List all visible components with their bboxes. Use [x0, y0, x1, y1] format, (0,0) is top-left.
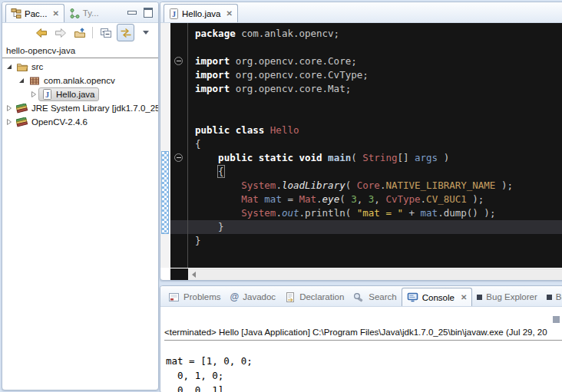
expander-collapsed-icon[interactable] — [30, 91, 38, 97]
minimize-icon[interactable] — [127, 11, 137, 15]
code-line — [188, 96, 562, 110]
code-line: import org.opencv.core.Core; — [188, 54, 562, 68]
editor-tab-label: Hello.java — [182, 9, 221, 18]
console-process-header: <terminated> Hello [Java Application] C:… — [164, 327, 562, 341]
package-folder-icon — [16, 62, 28, 72]
code-line: public static void main( String[] args ) — [188, 151, 562, 165]
bottom-tab-label: Bug Explorer — [486, 292, 537, 301]
bottom-tabstrip: Problems@JavadocDeclarationSearchConsole… — [160, 286, 562, 307]
bottom-tab-console[interactable]: Console✕ — [402, 288, 473, 306]
code-line: Mat mat = Mat.eye( 3, 3, CvType.CV_8UC1 … — [188, 193, 562, 206]
tree-item-jresystemlibraryjdk1.7.025[interactable]: JRE System Library [jdk1.7.0_25] — [2, 101, 158, 115]
forward-button[interactable] — [52, 25, 68, 41]
code-line: System.loadLibrary( Core.NATIVE_LIBRARY_… — [188, 179, 562, 193]
tree-item-body: JHello.java — [38, 87, 99, 101]
search-icon — [353, 292, 365, 302]
close-icon[interactable]: ✕ — [461, 293, 467, 301]
toolbar-separator — [92, 27, 93, 38]
collapse-all-icon — [100, 28, 112, 38]
link-with-editor-icon — [120, 28, 132, 38]
bottom-tab-problems[interactable]: Problems — [164, 288, 226, 306]
package-icon — [28, 76, 41, 86]
fold-gutter[interactable] — [170, 23, 187, 268]
tree-item-com.anlak.opencv[interactable]: com.anlak.opencv — [2, 74, 158, 87]
editor-panel: J Hello.java ✕ package com.anlak.opencv;… — [160, 2, 562, 281]
view-menu-icon — [143, 31, 149, 35]
back-icon — [35, 28, 48, 38]
bottom-tab-label: Bug — [556, 292, 562, 301]
bottom-tab-label: Problems — [183, 292, 221, 301]
range-indicator — [161, 151, 169, 234]
editor-tab-hello-java[interactable]: J Hello.java ✕ — [164, 4, 238, 22]
maximize-icon[interactable] — [144, 8, 153, 18]
bottom-tab-search[interactable]: Search — [349, 288, 401, 306]
collapse-all-button[interactable] — [98, 25, 114, 41]
problems-icon — [168, 292, 180, 302]
bottom-tab-label: Search — [369, 292, 396, 301]
tree-item-body: JRE System Library [jdk1.7.0_25] — [14, 101, 158, 115]
package-explorer-icon — [11, 8, 21, 18]
up-button[interactable] — [71, 25, 88, 41]
bottom-tab-bug-explorer[interactable]: Bug Explorer — [472, 288, 541, 306]
tree-item-body: com.anlak.opencv — [26, 74, 119, 87]
view-window-buttons — [127, 2, 155, 22]
package-explorer-panel: Pac...✕Ty... hello-opencv-java srccom.an… — [2, 2, 159, 390]
tree-item-src[interactable]: src — [2, 60, 158, 74]
code-line: } — [188, 220, 562, 234]
scroll-left-icon[interactable] — [192, 272, 196, 278]
tree-item-label: src — [31, 62, 43, 71]
console-output[interactable]: mat = [1, 0, 0; 0, 1, 0; 0, 0, 1] — [160, 351, 562, 392]
library-icon — [16, 104, 28, 114]
expander-expanded-icon[interactable] — [18, 77, 25, 84]
annotation-ruler[interactable] — [160, 23, 170, 268]
bug-icon — [477, 295, 482, 300]
code-line: { — [188, 165, 562, 179]
tree-item-label: JRE System Library [jdk1.7.0_25] — [31, 104, 158, 113]
fold-collapse-icon[interactable] — [174, 153, 183, 162]
back-button[interactable] — [33, 25, 49, 41]
horizontal-scrollbar[interactable] — [188, 268, 562, 280]
bottom-tab-javadoc[interactable]: @Javadoc — [226, 288, 281, 306]
up-icon — [74, 28, 86, 38]
project-name[interactable]: hello-opencv-java — [2, 42, 158, 58]
code-line: package com.anlak.opencv; — [188, 27, 562, 41]
console-panel: Problems@JavadocDeclarationSearchConsole… — [160, 285, 562, 392]
view-menu-button[interactable] — [137, 25, 154, 41]
view-tab-pac[interactable]: Pac...✕ — [5, 4, 64, 22]
forward-icon — [55, 28, 67, 38]
tree-item-body: OpenCV-2.4.6 — [14, 115, 91, 129]
bottom-tab-label: Declaration — [299, 292, 344, 301]
package-explorer-tabstrip: Pac...✕Ty... — [2, 2, 158, 23]
tree-item-label: com.anlak.opencv — [44, 76, 115, 85]
console-toolbar-square-icon[interactable] — [553, 316, 560, 323]
bottom-tab-declaration[interactable]: Declaration — [280, 288, 349, 306]
code-line: } — [188, 234, 562, 248]
link-with-editor-button[interactable] — [117, 24, 134, 41]
editor-body: package com.anlak.opencv;import org.open… — [160, 23, 562, 268]
svg-text:J: J — [172, 9, 176, 18]
close-icon[interactable]: ✕ — [52, 9, 58, 18]
type-hierarchy-icon — [69, 8, 80, 18]
bottom-tab-bug[interactable]: Bug — [542, 288, 562, 306]
tree-item-opencv-2.4.6[interactable]: OpenCV-2.4.6 — [2, 115, 158, 129]
bottom-tab-label: Javadoc — [243, 292, 276, 301]
expander-collapsed-icon[interactable] — [5, 105, 13, 111]
fold-collapse-icon[interactable] — [174, 57, 183, 65]
svg-text:J: J — [45, 91, 49, 99]
code-editor[interactable]: package com.anlak.opencv;import org.open… — [187, 23, 562, 268]
scrollbar-corner — [170, 268, 188, 280]
view-tab-label: Ty... — [83, 8, 99, 18]
editor-tabstrip: J Hello.java ✕ — [160, 2, 562, 23]
view-tab-ty[interactable]: Ty... — [64, 4, 104, 22]
console-toolbar — [160, 307, 562, 327]
code-line: { — [188, 137, 562, 151]
expander-collapsed-icon[interactable] — [5, 119, 13, 125]
tree-item-hello.java[interactable]: JHello.java — [2, 87, 158, 101]
java-file-icon: J — [41, 89, 53, 100]
declaration-icon — [285, 292, 296, 302]
code-line — [188, 41, 562, 54]
tree-item-label: OpenCV-2.4.6 — [31, 117, 88, 127]
expander-expanded-icon[interactable] — [5, 64, 13, 70]
code-line: System.out.println( "mat = " + mat.dump(… — [188, 206, 562, 220]
close-icon[interactable]: ✕ — [226, 9, 233, 18]
